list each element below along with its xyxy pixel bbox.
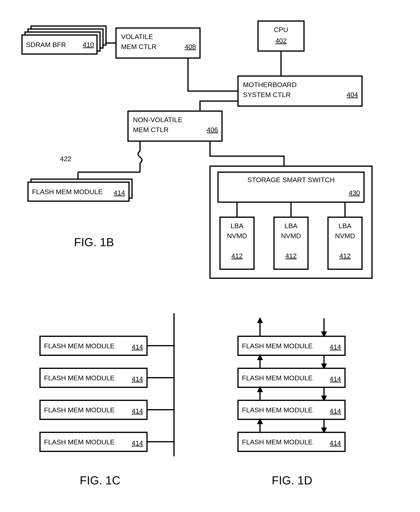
lba3-l2: NVMD [335, 232, 355, 240]
svg-text:FLASH MEM MODULE: FLASH MEM MODULE [242, 374, 313, 382]
lba1-ref: 412 [231, 252, 243, 260]
mb-ref: 404 [347, 91, 358, 99]
fig1d-module-4: FLASH MEM MODULE 414 [238, 432, 345, 451]
mb-to-nv-line [200, 101, 238, 111]
flash-module-stack: FLASH MEM MODULE 414 [28, 179, 132, 201]
fig1c-module-2: FLASH MEM MODULE 414 [40, 368, 174, 387]
vol-to-mb-line [188, 58, 238, 91]
lba2-l1: LBA [285, 222, 298, 229]
flash-ref: 414 [114, 189, 125, 197]
svg-text:414: 414 [132, 407, 143, 415]
svg-text:FLASH MEM MODULE: FLASH MEM MODULE [242, 342, 313, 350]
cpu-block: CPU 402 [258, 21, 304, 51]
lba3-l1: LBA [339, 222, 352, 229]
svg-text:FLASH MEM MODULE: FLASH MEM MODULE [44, 374, 115, 382]
lba-box-1: LBA NVMD 412 [220, 217, 254, 269]
svg-text:FLASH MEM MODULE: FLASH MEM MODULE [242, 406, 313, 414]
lba2-ref: 412 [285, 252, 297, 260]
volatile-ctlr-block: VOLATILE MEM CTLR 408 [116, 28, 200, 58]
lba1-l2: NVMD [227, 232, 247, 240]
switch-ref: 430 [349, 189, 360, 197]
fig1d-group: FLASH MEM MODULE 414 FLASH MEM MODULE 41… [238, 318, 345, 451]
svg-text:414: 414 [330, 407, 341, 415]
svg-text:414: 414 [330, 439, 341, 447]
fig1b-caption: FIG. 1B [74, 236, 114, 249]
svg-text:FLASH MEM MODULE: FLASH MEM MODULE [44, 342, 115, 350]
svg-text:FLASH MEM MODULE: FLASH MEM MODULE [242, 438, 313, 446]
vol-line2: MEM CTLR [121, 43, 157, 50]
switch-label: STORAGE SMART SWITCH [248, 176, 335, 183]
smart-switch-group: STORAGE SMART SWITCH 430 LBA NVMD 412 LB… [210, 166, 372, 278]
sdram-bfr-stack: SDRAM BFR 410 [22, 26, 106, 54]
svg-text:FLASH MEM MODULE: FLASH MEM MODULE [44, 438, 115, 446]
nv-to-switch-line [210, 141, 284, 166]
svg-text:414: 414 [330, 375, 341, 383]
mb-line1: MOTHERBOARD [243, 81, 297, 88]
nv-line1: NON-VOLATILE [133, 116, 182, 123]
lba1-l1: LBA [231, 222, 244, 229]
svg-text:FLASH MEM MODULE: FLASH MEM MODULE [44, 406, 115, 414]
svg-text:414: 414 [132, 375, 143, 383]
lba3-ref: 412 [339, 252, 351, 260]
sdram-label: SDRAM BFR [26, 41, 66, 48]
sdram-ref: 410 [82, 41, 94, 48]
nv-to-flash-line [78, 141, 142, 182]
nv-ref: 406 [207, 126, 218, 133]
fig1d-module-1: FLASH MEM MODULE 414 [238, 336, 345, 355]
cpu-ref: 402 [275, 37, 287, 45]
fig1d-module-3: FLASH MEM MODULE 414 [238, 400, 345, 419]
lba-box-3: LBA NVMD 412 [328, 217, 362, 269]
svg-text:414: 414 [330, 343, 341, 351]
fig1c-caption: FIG. 1C [80, 474, 120, 487]
fig1c-module-4: FLASH MEM MODULE 414 [40, 432, 174, 451]
wave-ref: 422 [60, 155, 71, 162]
fig1c-module-3: FLASH MEM MODULE 414 [40, 400, 174, 419]
motherboard-ctlr-block: MOTHERBOARD SYSTEM CTLR 404 [238, 76, 362, 106]
vol-line1: VOLATILE [121, 33, 153, 40]
fig1d-caption: FIG. 1D [272, 474, 312, 487]
vol-ref: 408 [185, 43, 196, 50]
cpu-label: CPU [274, 26, 288, 33]
nonvolatile-ctlr-block: NON-VOLATILE MEM CTLR 406 [128, 111, 222, 141]
svg-rect-0 [258, 21, 304, 51]
svg-text:414: 414 [132, 439, 143, 447]
lba-box-2: LBA NVMD 412 [274, 217, 308, 269]
lba2-l2: NVMD [281, 232, 301, 240]
nv-line2: MEM CTLR [133, 126, 169, 133]
flash-label: FLASH MEM MODULE [32, 188, 103, 196]
fig1c-group: FLASH MEM MODULE 414 FLASH MEM MODULE 41… [40, 313, 174, 456]
fig1d-module-2: FLASH MEM MODULE 414 [238, 368, 345, 387]
fig1c-module-1: FLASH MEM MODULE 414 [40, 336, 174, 355]
svg-text:414: 414 [132, 343, 143, 351]
mb-line2: SYSTEM CTLR [243, 91, 291, 99]
